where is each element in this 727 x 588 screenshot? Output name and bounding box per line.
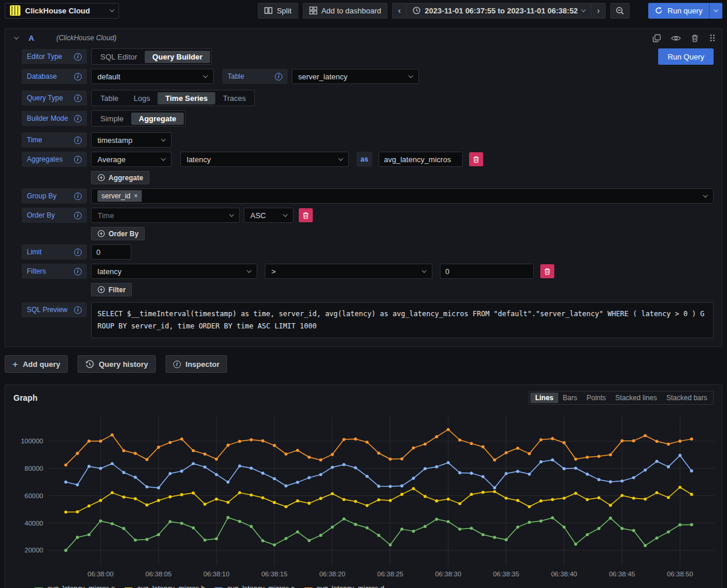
duplicate-query-icon[interactable] bbox=[652, 34, 661, 43]
time-range-picker[interactable]: 2023-11-01 06:37:55 to 2023-11-01 06:38:… bbox=[406, 3, 591, 19]
chevron-down-icon bbox=[247, 268, 251, 272]
filter-column-select[interactable]: latency bbox=[91, 264, 257, 279]
panel-run-query-button[interactable]: Run Query bbox=[658, 48, 714, 65]
query-type-traces[interactable]: Traces bbox=[215, 92, 253, 104]
datasource-picker[interactable]: ClickHouse Cloud bbox=[5, 3, 119, 19]
history-icon bbox=[85, 360, 94, 369]
editor-type-query-builder[interactable]: Query Builder bbox=[145, 51, 210, 63]
remove-aggregate-button[interactable] bbox=[469, 152, 483, 166]
builder-mode-simple[interactable]: Simple bbox=[93, 113, 131, 125]
query-type-logs[interactable]: Logs bbox=[126, 92, 158, 104]
tab-points[interactable]: Points bbox=[582, 393, 610, 403]
chevron-down-icon bbox=[338, 156, 343, 160]
chevron-down-icon bbox=[110, 7, 114, 12]
time-range-text: 2023-11-01 06:37:55 to 2023-11-01 06:38:… bbox=[425, 6, 578, 15]
group-by-multiselect[interactable]: server_id× bbox=[91, 188, 714, 204]
svg-text:06:38:10: 06:38:10 bbox=[204, 570, 230, 578]
legend-item[interactable]: avg_latency_micros a bbox=[34, 584, 115, 588]
remove-query-trash-icon[interactable] bbox=[691, 34, 699, 43]
remove-tag-icon[interactable]: × bbox=[134, 192, 138, 200]
info-icon bbox=[74, 306, 82, 314]
tab-stacked-bars[interactable]: Stacked bars bbox=[662, 393, 712, 403]
add-order-by-button[interactable]: Order By bbox=[91, 227, 145, 240]
query-datasource-hint: (ClickHouse Cloud) bbox=[56, 34, 116, 42]
builder-mode-toggle: Simple Aggregate bbox=[91, 110, 186, 127]
query-editor-panel: A (ClickHouse Cloud) Editor Type SQL Edi… bbox=[5, 28, 722, 347]
legend-item[interactable]: avg_latency_micros c bbox=[214, 584, 294, 588]
time-column-select[interactable]: timestamp bbox=[91, 132, 172, 148]
editor-type-sql-editor[interactable]: SQL Editor bbox=[93, 51, 145, 63]
info-icon bbox=[74, 53, 82, 61]
clickhouse-logo-icon bbox=[10, 5, 20, 16]
time-range-back-button[interactable]: ‹ bbox=[392, 3, 406, 19]
tab-stacked-lines[interactable]: Stacked lines bbox=[611, 393, 662, 403]
add-filter-button[interactable]: Filter bbox=[91, 283, 132, 296]
graph-style-tabs: Lines Bars Points Stacked lines Stacked … bbox=[529, 391, 714, 405]
drag-handle-icon[interactable] bbox=[709, 34, 716, 42]
filter-value-input[interactable] bbox=[440, 264, 534, 279]
time-range-forward-button[interactable]: › bbox=[591, 3, 606, 19]
split-icon bbox=[264, 6, 272, 15]
aggregate-alias-input[interactable] bbox=[379, 152, 463, 167]
aggregate-column-select[interactable]: latency bbox=[180, 152, 349, 167]
group-by-label: Group By bbox=[22, 188, 87, 204]
plus-circle-icon bbox=[97, 174, 105, 181]
info-icon bbox=[74, 192, 82, 200]
add-to-dashboard-button[interactable]: Add to dashboard bbox=[303, 3, 388, 19]
limit-input[interactable] bbox=[91, 244, 131, 260]
datasource-name: ClickHouse Cloud bbox=[25, 6, 106, 15]
order-by-field-select[interactable]: Time bbox=[91, 208, 240, 223]
database-select[interactable]: default bbox=[91, 69, 214, 84]
query-type-time-series[interactable]: Time Series bbox=[158, 92, 215, 104]
database-label: Database bbox=[22, 69, 87, 84]
chevron-down-icon bbox=[283, 212, 288, 216]
remove-order-by-button[interactable] bbox=[299, 208, 313, 222]
svg-text:06:38:30: 06:38:30 bbox=[435, 570, 462, 578]
split-button[interactable]: Split bbox=[258, 3, 298, 19]
legend-item[interactable]: avg_latency_micros d bbox=[304, 584, 385, 588]
remove-filter-button[interactable] bbox=[540, 264, 554, 278]
add-query-button[interactable]: + Add query bbox=[5, 355, 68, 373]
aggregates-label: Aggregates bbox=[22, 152, 87, 167]
tab-bars[interactable]: Bars bbox=[558, 393, 582, 403]
query-header: A (ClickHouse Cloud) bbox=[5, 29, 722, 47]
legend-item[interactable]: avg_latency_micros b bbox=[124, 584, 205, 588]
svg-text:06:38:50: 06:38:50 bbox=[667, 570, 693, 578]
aggregate-function-select[interactable]: Average bbox=[91, 152, 172, 167]
info-icon bbox=[173, 360, 181, 368]
latency-chart[interactable]: 2000040000600008000010000006:38:0006:38:… bbox=[13, 412, 714, 582]
chevron-down-icon bbox=[581, 7, 586, 12]
time-label: Time bbox=[22, 132, 87, 148]
info-icon bbox=[74, 249, 82, 256]
collapse-chevron-icon[interactable] bbox=[14, 34, 19, 39]
query-ref-id[interactable]: A bbox=[29, 34, 34, 43]
svg-text:06:38:20: 06:38:20 bbox=[319, 570, 345, 578]
svg-text:80000: 80000 bbox=[25, 465, 43, 472]
zoom-out-button[interactable] bbox=[610, 3, 630, 19]
svg-text:40000: 40000 bbox=[25, 520, 43, 527]
order-by-direction-select[interactable]: ASC bbox=[244, 208, 293, 223]
trash-icon bbox=[473, 156, 480, 163]
run-query-dropdown[interactable] bbox=[709, 3, 722, 19]
chevron-down-icon bbox=[422, 268, 427, 272]
plus-icon: + bbox=[12, 359, 18, 369]
explore-toolbar: + Add query Query history Inspector bbox=[5, 355, 722, 373]
chevron-down-icon bbox=[408, 73, 413, 78]
table-select[interactable]: server_latency bbox=[292, 69, 419, 84]
dashboard-grid-icon bbox=[309, 6, 317, 15]
svg-text:60000: 60000 bbox=[25, 492, 43, 499]
builder-mode-aggregate[interactable]: Aggregate bbox=[131, 113, 184, 125]
svg-text:06:38:00: 06:38:00 bbox=[88, 570, 114, 578]
query-history-button[interactable]: Query history bbox=[78, 355, 156, 373]
filter-operator-select[interactable]: > bbox=[265, 264, 432, 279]
svg-text:06:38:45: 06:38:45 bbox=[609, 570, 635, 578]
query-type-table[interactable]: Table bbox=[93, 92, 126, 104]
tab-lines[interactable]: Lines bbox=[530, 393, 558, 403]
chevron-down-icon bbox=[161, 136, 166, 141]
inspector-button[interactable]: Inspector bbox=[166, 355, 228, 373]
run-query-button[interactable]: Run query bbox=[648, 3, 709, 19]
hide-response-eye-icon[interactable] bbox=[671, 34, 681, 42]
add-aggregate-button[interactable]: Aggregate bbox=[91, 171, 149, 184]
trash-icon bbox=[544, 268, 551, 275]
graph-title: Graph bbox=[13, 393, 37, 402]
